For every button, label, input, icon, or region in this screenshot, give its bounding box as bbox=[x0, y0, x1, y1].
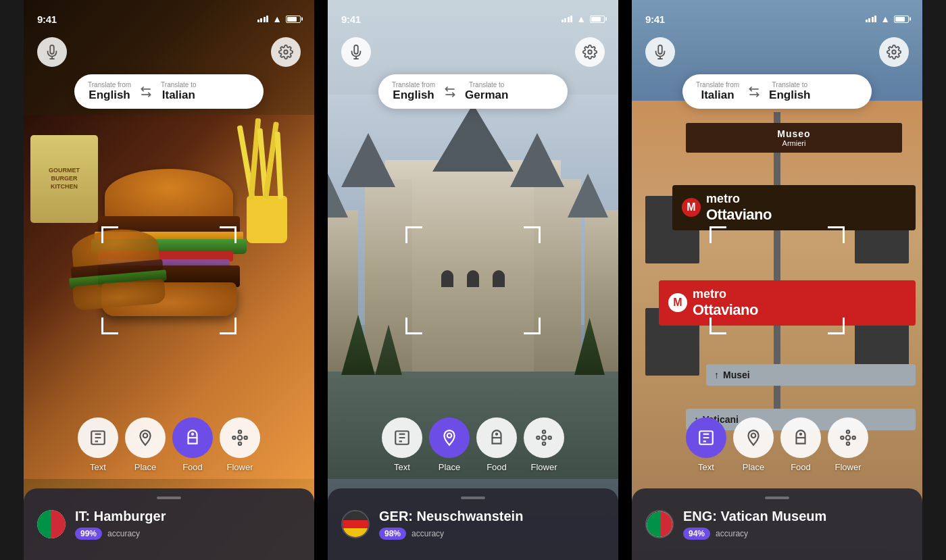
swap-button-1[interactable] bbox=[139, 85, 153, 99]
accuracy-text-2: accuracy bbox=[412, 529, 444, 538]
translate-bar-2[interactable]: Translate from English Translate to Germ… bbox=[378, 74, 568, 109]
mode-food-1[interactable]: Food bbox=[172, 417, 213, 472]
translate-from-lang-1[interactable]: English bbox=[89, 88, 130, 102]
settings-button-3[interactable] bbox=[879, 37, 909, 67]
mic-button-2[interactable] bbox=[341, 37, 371, 67]
result-title-2: GER: Neuschwanstein bbox=[379, 509, 523, 524]
mode-flower-3[interactable]: Flower bbox=[828, 417, 868, 472]
vf-corner-tr-3 bbox=[828, 226, 845, 243]
mode-flower-label-2: Flower bbox=[530, 462, 557, 472]
settings-icon-2 bbox=[582, 45, 597, 59]
vf-corner-br-3 bbox=[828, 317, 845, 334]
mode-selector-2: Text Place Food bbox=[328, 417, 618, 472]
accuracy-row-3: 94% accuracy bbox=[683, 528, 826, 540]
vf-corner-tl-1 bbox=[101, 226, 118, 243]
accuracy-text-3: accuracy bbox=[716, 529, 748, 538]
food-icon-1 bbox=[184, 429, 201, 447]
settings-button-1[interactable] bbox=[271, 37, 301, 67]
text-icon-1 bbox=[89, 429, 107, 447]
mode-text-1[interactable]: Text bbox=[78, 417, 118, 472]
accuracy-badge-3: 94% bbox=[683, 528, 710, 540]
result-row-2: GER: Neuschwanstein 98% accuracy bbox=[341, 509, 605, 540]
translate-from-label-2: Translate from bbox=[392, 81, 435, 88]
place-icon-2 bbox=[441, 429, 458, 447]
food-icon-3 bbox=[792, 429, 810, 447]
mode-text-2[interactable]: Text bbox=[382, 417, 422, 472]
mic-button-1[interactable] bbox=[37, 37, 67, 67]
mode-place-2[interactable]: Place bbox=[429, 417, 470, 472]
mode-place-1[interactable]: Place bbox=[125, 417, 166, 472]
svg-point-19 bbox=[892, 50, 896, 54]
accuracy-badge-1: 99% bbox=[75, 528, 102, 540]
text-icon-3 bbox=[697, 429, 715, 447]
result-row-1: IT: Hamburger 99% accuracy bbox=[37, 509, 301, 540]
swap-button-2[interactable] bbox=[443, 85, 457, 99]
status-time-2: 9:41 bbox=[341, 14, 361, 25]
translate-to-lang-3[interactable]: English bbox=[769, 88, 810, 102]
result-info-1: IT: Hamburger 99% accuracy bbox=[75, 509, 166, 540]
mode-text-label-2: Text bbox=[394, 462, 410, 472]
signal-bars-2 bbox=[562, 16, 573, 22]
mode-place-icon-wrap-1 bbox=[125, 417, 166, 458]
settings-button-2[interactable] bbox=[575, 37, 605, 67]
mode-text-label-3: Text bbox=[698, 462, 714, 472]
mode-flower-label-3: Flower bbox=[835, 462, 861, 472]
status-icons-1: ▲ bbox=[257, 14, 301, 24]
translate-to-lang-1[interactable]: Italian bbox=[162, 88, 195, 102]
translate-from-2: Translate from English bbox=[392, 81, 435, 102]
mode-food-icon-wrap-2 bbox=[476, 417, 517, 458]
swap-button-3[interactable] bbox=[747, 85, 761, 99]
mic-icon-2 bbox=[349, 45, 364, 59]
status-time-3: 9:41 bbox=[645, 14, 665, 25]
translate-to-lang-2[interactable]: German bbox=[465, 88, 508, 102]
svg-point-10 bbox=[588, 50, 592, 54]
wifi-icon-1: ▲ bbox=[272, 14, 282, 24]
svg-point-23 bbox=[846, 436, 851, 440]
svg-point-21 bbox=[751, 434, 756, 438]
flower-icon-1 bbox=[231, 429, 249, 447]
mode-place-icon-wrap-3 bbox=[733, 417, 774, 458]
mic-button-3[interactable] bbox=[645, 37, 675, 67]
translate-bar-1[interactable]: Translate from English Translate to Ital… bbox=[74, 74, 264, 109]
divider-1 bbox=[314, 0, 328, 560]
mode-food-icon-wrap-1 bbox=[172, 417, 213, 458]
vf-corner-bl-1 bbox=[101, 317, 118, 334]
mode-text-icon-wrap-1 bbox=[78, 417, 118, 458]
status-time-1: 9:41 bbox=[37, 14, 57, 25]
status-icons-3: ▲ bbox=[866, 14, 909, 24]
result-title-1: IT: Hamburger bbox=[75, 509, 166, 524]
phone-3: Museo Armieri M metro Ottaviano M metro … bbox=[632, 0, 922, 560]
panel-indicator-1 bbox=[157, 497, 181, 499]
settings-icon-3 bbox=[887, 45, 901, 59]
translate-from-label-1: Translate from bbox=[88, 81, 131, 88]
mode-place-label-3: Place bbox=[743, 462, 765, 472]
translate-bar-3[interactable]: Translate from Italian Translate to Engl… bbox=[682, 74, 872, 109]
vf-corner-br-1 bbox=[220, 317, 236, 334]
mode-food-3[interactable]: Food bbox=[780, 417, 821, 472]
mode-text-label-1: Text bbox=[90, 462, 106, 472]
translate-from-lang-2[interactable]: English bbox=[393, 88, 434, 102]
top-buttons-3 bbox=[632, 37, 922, 67]
vf-corner-br-2 bbox=[524, 317, 541, 334]
mic-icon-1 bbox=[45, 45, 59, 59]
place-icon-1 bbox=[136, 429, 154, 447]
mode-text-3[interactable]: Text bbox=[686, 417, 726, 472]
svg-point-22 bbox=[800, 434, 801, 435]
battery-icon-3 bbox=[894, 16, 909, 23]
translate-from-lang-3[interactable]: Italian bbox=[701, 88, 734, 102]
wifi-icon-2: ▲ bbox=[576, 14, 586, 24]
divider-2 bbox=[618, 0, 632, 560]
viewfinder-2 bbox=[405, 226, 541, 334]
mode-place-3[interactable]: Place bbox=[733, 417, 774, 472]
translate-from-3: Translate from Italian bbox=[696, 81, 739, 102]
mode-flower-1[interactable]: Flower bbox=[220, 417, 260, 472]
mode-flower-2[interactable]: Flower bbox=[524, 417, 564, 472]
mode-food-2[interactable]: Food bbox=[476, 417, 517, 472]
vf-corner-bl-2 bbox=[405, 317, 422, 334]
translate-to-1: Translate to Italian bbox=[161, 81, 196, 102]
accuracy-row-2: 98% accuracy bbox=[379, 528, 523, 540]
result-row-3: ENG: Vatican Museum 94% accuracy bbox=[645, 509, 909, 540]
panel-indicator-3 bbox=[765, 497, 789, 499]
status-icons-2: ▲ bbox=[562, 14, 605, 24]
accuracy-badge-2: 98% bbox=[379, 528, 406, 540]
